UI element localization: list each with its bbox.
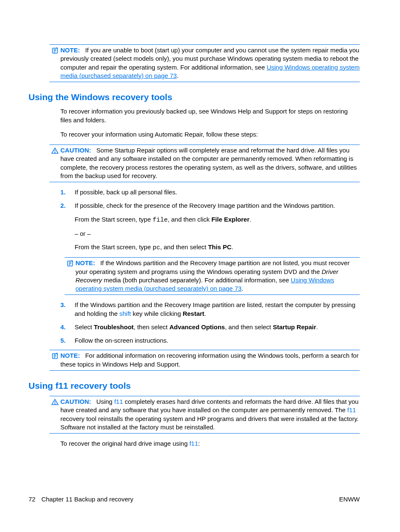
note2-t3: . (242, 285, 243, 292)
caution-icon (49, 146, 60, 155)
step-num: 5. (60, 336, 75, 345)
note2-t1: If the Windows partition and the Recover… (75, 259, 350, 275)
step-body: If possible, check for the presence of t… (75, 201, 360, 252)
key-f11: f11 (347, 406, 356, 413)
step-body: Follow the on-screen instructions. (75, 336, 360, 345)
step-3: 3. If the Windows partition and the Reco… (60, 301, 360, 318)
para-3: To recover the original hard drive image… (60, 439, 360, 448)
page-footer: 72 Chapter 11 Backup and recovery ENWW (29, 495, 360, 504)
caution-body: CAUTION: Some Startup Repair options wil… (60, 146, 360, 180)
caution1-text: Some Startup Repair options will complet… (60, 147, 357, 179)
svg-point-2 (55, 152, 55, 152)
caution-icon (49, 398, 60, 406)
step2-sub3: From the Start screen, type pc, and then… (75, 243, 360, 252)
note-label: NOTE: (75, 259, 95, 266)
key-f11: f11 (114, 398, 123, 405)
step2-or: – or – (75, 230, 360, 238)
caution-block-1: CAUTION: Some Startup Repair options wil… (49, 145, 360, 182)
bold-restart: Restart (183, 310, 205, 317)
step-num: 1. (60, 188, 75, 196)
heading-windows-recovery: Using the Windows recovery tools (29, 91, 360, 103)
step-num: 2. (60, 201, 75, 210)
note-block-3: NOTE: For additional information on reco… (49, 350, 360, 371)
para-1: To recover information you previously ba… (60, 107, 360, 124)
step-1: 1. If possible, back up all personal fil… (60, 188, 360, 196)
step-body: Select Troubleshoot, then select Advance… (75, 323, 360, 331)
page-content: NOTE: If you are unable to boot (start u… (0, 0, 400, 448)
bold-file-explorer: File Explorer (211, 216, 249, 223)
step-5: 5. Follow the on-screen instructions. (60, 336, 360, 345)
note2-t2: media (both purchased separately). For a… (102, 276, 291, 284)
footer-enww: ENWW (339, 495, 360, 504)
bold-this-pc: This PC (208, 243, 231, 251)
note-icon (49, 46, 60, 54)
step-num: 4. (60, 323, 75, 331)
note-label: NOTE: (60, 352, 80, 359)
code-pc: pc (153, 244, 160, 251)
note-body: NOTE: For additional information on reco… (60, 351, 360, 369)
ordered-steps: 1. If possible, back up all personal fil… (60, 188, 360, 252)
code-file: file (153, 217, 168, 224)
para-2: To recover your information using Automa… (60, 130, 360, 139)
note1-text2: . (177, 72, 179, 79)
svg-point-6 (55, 403, 55, 404)
caution-body: CAUTION: Using f11 completely erases har… (60, 398, 360, 431)
key-shift: shift (119, 310, 131, 317)
key-f11: f11 (190, 440, 198, 447)
step-body: If possible, back up all personal files. (75, 188, 360, 196)
ordered-steps-cont: 3. If the Windows partition and the Reco… (60, 301, 360, 345)
note-body: NOTE: If the Windows partition and the R… (75, 259, 360, 293)
note-icon (49, 351, 60, 360)
caution-label: CAUTION: (60, 147, 91, 154)
step2-sub1: From the Start screen, type file, and th… (75, 215, 360, 225)
heading-f11-recovery: Using f11 recovery tools (29, 380, 360, 392)
step2-text: If possible, check for the presence of t… (75, 202, 335, 209)
note-label: NOTE: (60, 46, 80, 54)
step-4: 4. Select Troubleshoot, then select Adva… (60, 323, 360, 331)
note-body: NOTE: If you are unable to boot (start u… (60, 46, 360, 80)
caution-label: CAUTION: (60, 398, 91, 405)
step-num: 3. (60, 301, 75, 309)
note-block-1: NOTE: If you are unable to boot (start u… (49, 44, 360, 82)
page-number: 72 (29, 495, 36, 504)
step-body: If the Windows partition and the Recover… (75, 301, 360, 318)
chapter-label: Chapter 11 Backup and recovery (42, 495, 133, 504)
note-icon (65, 259, 75, 267)
caution-block-2: CAUTION: Using f11 completely erases har… (49, 396, 360, 434)
note-block-2: NOTE: If the Windows partition and the R… (65, 257, 360, 295)
step-2: 2. If possible, check for the presence o… (60, 201, 360, 252)
note3-text: For additional information on recovering… (60, 352, 358, 367)
